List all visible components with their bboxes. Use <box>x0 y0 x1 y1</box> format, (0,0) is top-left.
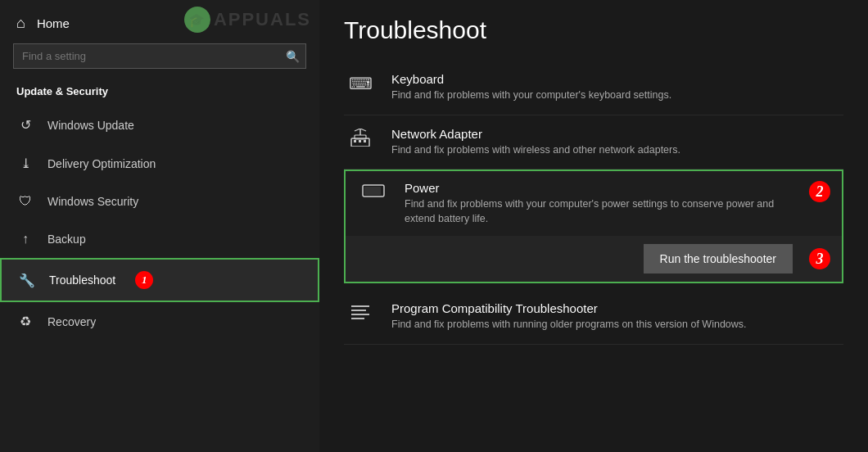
program-compatibility-desc: Find and fix problems with running older… <box>391 318 843 332</box>
sidebar-item-delivery-optimization[interactable]: ⤓ Delivery Optimization <box>0 144 319 183</box>
troubleshoot-badge: 1 <box>135 271 153 289</box>
recovery-icon: ♻ <box>16 314 34 329</box>
windows-security-icon: 🛡 <box>16 194 34 209</box>
search-input[interactable] <box>13 43 306 69</box>
svg-rect-5 <box>354 140 356 142</box>
run-badge: 3 <box>809 248 830 269</box>
program-compatibility-item: Program Compatibility Troubleshooter Fin… <box>344 290 843 345</box>
search-button[interactable]: 🔍 <box>286 50 300 63</box>
main-content: Troubleshoot ⌨ Keyboard Find and fix pro… <box>319 0 868 452</box>
windows-update-label: Windows Update <box>47 119 134 132</box>
keyboard-content: Keyboard Find and fix problems with your… <box>391 72 843 103</box>
power-desc: Find and fix problems with your computer… <box>405 197 786 226</box>
power-item[interactable]: Power Find and fix problems with your co… <box>346 171 842 236</box>
keyboard-desc: Find and fix problems with your computer… <box>391 88 843 103</box>
page-title: Troubleshoot <box>344 16 843 44</box>
program-compatibility-content: Program Compatibility Troubleshooter Fin… <box>391 301 843 332</box>
network-adapter-item: Network Adapter Find and fix problems wi… <box>344 115 843 170</box>
run-row: Run the troubleshooter 3 <box>346 236 842 282</box>
program-compatibility-title: Program Compatibility Troubleshooter <box>391 301 843 315</box>
network-adapter-desc: Find and fix problems with wireless and … <box>391 143 843 158</box>
network-adapter-title: Network Adapter <box>391 127 843 141</box>
svg-rect-7 <box>364 140 366 142</box>
delivery-optimization-icon: ⤓ <box>16 156 34 171</box>
windows-update-icon: ↺ <box>16 117 34 133</box>
section-title: Update & Security <box>0 80 319 106</box>
recovery-label: Recovery <box>47 315 96 328</box>
delivery-optimization-label: Delivery Optimization <box>47 157 156 170</box>
svg-rect-6 <box>359 140 361 142</box>
sidebar-item-recovery[interactable]: ♻ Recovery <box>0 302 319 341</box>
backup-icon: ↑ <box>16 232 34 246</box>
power-title: Power <box>405 181 786 195</box>
sidebar: ⌂ Home 🎓 APPUALS 🔍 Update & Security ↺ W… <box>0 0 319 452</box>
sidebar-item-troubleshoot[interactable]: 🔧 Troubleshoot 1 <box>0 258 319 302</box>
network-adapter-icon <box>344 129 377 147</box>
search-box: 🔍 <box>13 43 306 69</box>
power-icon <box>357 183 390 199</box>
backup-label: Backup <box>47 233 86 246</box>
svg-rect-9 <box>364 187 381 195</box>
sidebar-item-windows-security[interactable]: 🛡 Windows Security <box>0 183 319 220</box>
keyboard-icon: ⌨ <box>344 74 377 93</box>
home-item[interactable]: ⌂ Home <box>0 0 319 40</box>
svg-line-3 <box>355 129 360 131</box>
windows-security-label: Windows Security <box>47 195 138 208</box>
keyboard-title: Keyboard <box>391 72 843 86</box>
home-label: Home <box>37 16 70 30</box>
troubleshoot-label: Troubleshoot <box>49 273 115 287</box>
sidebar-item-windows-update[interactable]: ↺ Windows Update <box>0 106 319 144</box>
svg-line-4 <box>360 129 366 131</box>
network-adapter-content: Network Adapter Find and fix problems wi… <box>391 127 843 158</box>
power-expanded-row: Power Find and fix problems with your co… <box>344 170 843 283</box>
home-icon: ⌂ <box>16 15 25 32</box>
troubleshoot-icon: 🔧 <box>18 273 36 288</box>
program-compatibility-icon <box>344 303 377 321</box>
run-troubleshooter-button[interactable]: Run the troubleshooter <box>644 244 793 273</box>
sidebar-item-backup[interactable]: ↑ Backup <box>0 220 319 258</box>
power-content: Power Find and fix problems with your co… <box>405 181 786 226</box>
power-badge: 2 <box>809 181 830 202</box>
keyboard-item: ⌨ Keyboard Find and fix problems with yo… <box>344 61 843 115</box>
